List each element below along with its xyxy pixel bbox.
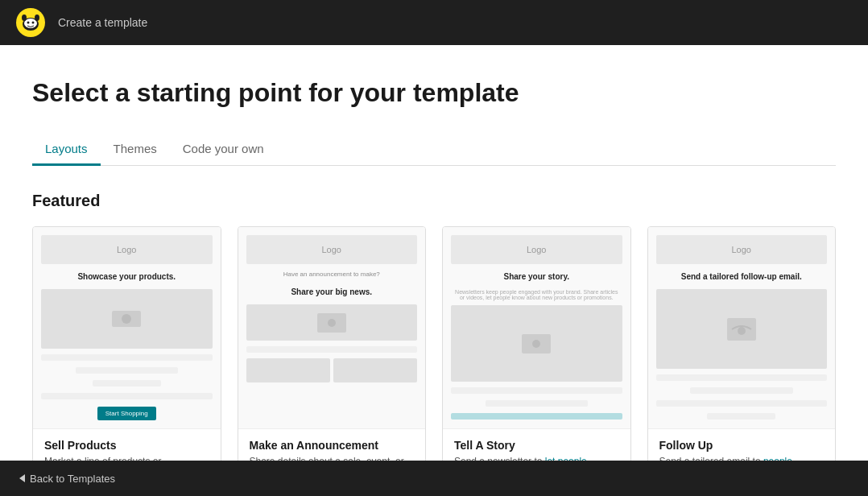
navbar: Create a template: [0, 0, 868, 45]
preview-text-4b: [690, 387, 793, 394]
preview-text-1c: [93, 380, 161, 386]
preview-two-col-2: [246, 358, 418, 382]
tab-code-your-own[interactable]: Code your own: [170, 134, 277, 166]
preview-text-4d: [707, 413, 775, 420]
back-to-templates-link[interactable]: Back to Templates: [19, 473, 115, 485]
preview-text-2a: [246, 346, 418, 353]
preview-logo-2: Logo: [246, 235, 418, 264]
preview-headline-3: Share your story.: [451, 269, 622, 284]
mailchimp-logo: [16, 8, 45, 37]
preview-img-2b: [333, 358, 417, 382]
preview-text-3a: [451, 387, 622, 394]
card-title-3: Tell A Story: [454, 439, 619, 452]
card-sell-products[interactable]: Logo Showcase your products. Start Shopp…: [32, 226, 221, 477]
navbar-title: Create a template: [58, 16, 147, 29]
card-announcement[interactable]: Logo Have an announcement to make? Share…: [238, 226, 427, 477]
card-preview-announcement: Logo Have an announcement to make? Share…: [238, 227, 426, 428]
svg-point-14: [738, 327, 746, 335]
preview-logo-4: Logo: [656, 235, 828, 264]
preview-image-3: [451, 305, 622, 382]
tab-layouts[interactable]: Layouts: [32, 134, 101, 166]
preview-text-3c: [451, 413, 622, 420]
preview-btn-1: Start Shopping: [97, 407, 156, 420]
back-label: Back to Templates: [30, 473, 115, 485]
svg-point-8: [122, 314, 131, 324]
preview-headline-1: Showcase your products.: [41, 269, 213, 284]
preview-headline-2: Share your big news.: [246, 284, 418, 300]
preview-text-1d: [41, 393, 213, 399]
bottom-bar: Back to Templates: [0, 461, 868, 494]
card-preview-story: Logo Share your story. Newsletters keep …: [443, 227, 630, 428]
preview-text-4a: [656, 374, 828, 381]
preview-text-4c: [656, 400, 828, 407]
preview-logo-1: Logo: [41, 235, 213, 264]
svg-point-5: [22, 14, 27, 21]
preview-text-3b: [486, 400, 589, 407]
preview-sub-2: Have an announcement to make?: [279, 269, 385, 279]
preview-image-1: [41, 289, 213, 349]
preview-logo-3: Logo: [451, 235, 622, 264]
card-title-4: Follow Up: [659, 439, 825, 452]
featured-label: Featured: [32, 192, 836, 210]
svg-point-4: [32, 22, 35, 24]
tab-themes[interactable]: Themes: [101, 134, 170, 166]
cards-grid: Logo Showcase your products. Start Shopp…: [32, 226, 836, 477]
card-preview-sell-products: Logo Showcase your products. Start Shopp…: [33, 227, 221, 428]
preview-small-3: Newsletters keep people engaged with you…: [451, 289, 622, 300]
card-title-2: Make an Announcement: [250, 439, 415, 452]
svg-point-6: [35, 14, 39, 21]
card-title-1: Sell Products: [44, 439, 209, 452]
preview-img-2a: [246, 358, 330, 382]
preview-image-4: [656, 289, 828, 369]
preview-text-1b: [76, 367, 179, 374]
card-tell-story[interactable]: Logo Share your story. Newsletters keep …: [442, 226, 631, 477]
preview-image-2: [246, 304, 418, 341]
card-preview-followup: Logo Send a tailored follow-up email.: [648, 227, 836, 428]
preview-headline-4: Send a tailored follow-up email.: [656, 269, 828, 284]
svg-point-12: [532, 340, 540, 348]
card-follow-up[interactable]: Logo Send a tailored follow-up email. Fo…: [647, 226, 837, 477]
preview-text-1a: [41, 354, 213, 361]
tab-bar: Layouts Themes Code your own: [32, 134, 836, 166]
svg-point-3: [27, 22, 30, 24]
page-title: Select a starting point for your templat…: [32, 77, 836, 108]
main-content: Select a starting point for your templat…: [0, 45, 868, 494]
svg-point-10: [328, 319, 336, 327]
chevron-left-icon: [19, 474, 25, 482]
